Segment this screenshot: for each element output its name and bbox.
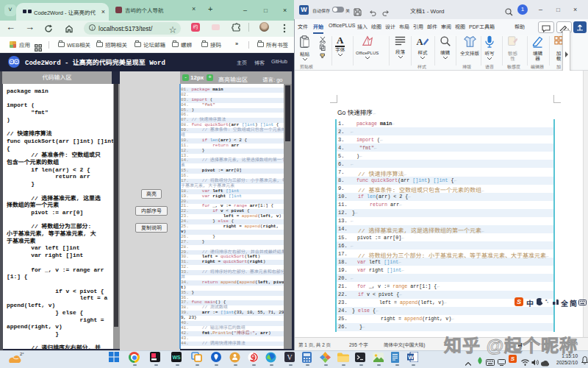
svg-text:A: A bbox=[417, 37, 424, 47]
svg-text:V: V bbox=[287, 353, 293, 361]
svg-text:WS: WS bbox=[173, 355, 182, 360]
svg-text:W: W bbox=[408, 354, 414, 361]
